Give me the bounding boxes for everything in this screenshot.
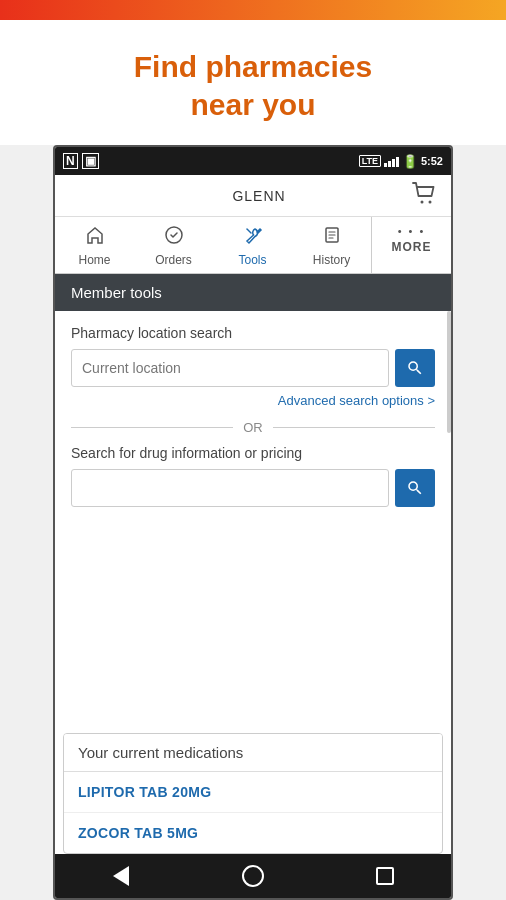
- bottom-nav-bar: [55, 854, 451, 898]
- medication-item-lipitor[interactable]: LIPITOR TAB 20MG: [64, 772, 442, 813]
- headline-text: Find pharmacies near you: [20, 48, 486, 123]
- signal-bar-3: [392, 159, 395, 167]
- drug-search-button[interactable]: [395, 469, 435, 507]
- back-icon: [113, 866, 129, 886]
- tab-orders[interactable]: Orders: [134, 217, 213, 273]
- tab-tools-label: Tools: [238, 253, 266, 267]
- headline-line1: Find pharmacies: [134, 50, 372, 83]
- medications-card: Your current medications LIPITOR TAB 20M…: [63, 733, 443, 854]
- main-content: Pharmacy location search Advanced search…: [55, 311, 451, 719]
- orders-icon: [164, 225, 184, 250]
- drug-search-section: Search for drug information or pricing: [71, 445, 435, 507]
- stop-icon: [376, 867, 394, 885]
- header-username: GLENN: [107, 188, 411, 204]
- top-gradient-bar: [0, 0, 506, 20]
- or-text: OR: [243, 420, 263, 435]
- home-circle-icon: [242, 865, 264, 887]
- search-icon: [406, 359, 424, 377]
- scrollbar[interactable]: [447, 311, 451, 433]
- signal-bars: [384, 155, 399, 167]
- netflix-icon: N: [63, 153, 78, 169]
- pharmacy-search-label: Pharmacy location search: [71, 325, 435, 341]
- image-icon: ▣: [82, 153, 99, 169]
- home-button[interactable]: [238, 861, 268, 891]
- tab-history[interactable]: History: [292, 217, 371, 273]
- pharmacy-search-section: Pharmacy location search Advanced search…: [71, 325, 435, 408]
- pharmacy-search-row: [71, 349, 435, 387]
- history-icon: [322, 225, 342, 250]
- medication-item-zocor[interactable]: ZOCOR TAB 5MG: [64, 813, 442, 853]
- lte-badge: LTE: [359, 155, 381, 167]
- drug-search-icon: [406, 479, 424, 497]
- tab-tools[interactable]: Tools: [213, 217, 292, 273]
- status-bar: N ▣ LTE 🔋 5:52: [55, 147, 451, 175]
- phone-frame: N ▣ LTE 🔋 5:52 GLENN: [53, 145, 453, 900]
- pharmacy-location-input[interactable]: [71, 349, 389, 387]
- drug-search-label: Search for drug information or pricing: [71, 445, 435, 461]
- status-bar-left: N ▣: [63, 153, 99, 169]
- advanced-search-link[interactable]: Advanced search options >: [71, 393, 435, 408]
- pharmacy-search-button[interactable]: [395, 349, 435, 387]
- more-dots-icon: • • •: [398, 225, 426, 237]
- section-title: Member tools: [71, 284, 162, 301]
- app-header: GLENN: [55, 175, 451, 217]
- nav-tabs: Home Orders: [55, 217, 451, 274]
- tools-icon: [243, 225, 263, 250]
- cart-icon[interactable]: [411, 181, 439, 210]
- tab-home[interactable]: Home: [55, 217, 134, 273]
- tab-more[interactable]: • • • MORE: [371, 217, 451, 273]
- headline-section: Find pharmacies near you: [0, 20, 506, 145]
- medications-header: Your current medications: [64, 734, 442, 772]
- section-header: Member tools: [55, 274, 451, 311]
- or-line-left: [71, 427, 233, 428]
- tab-orders-label: Orders: [155, 253, 192, 267]
- drug-search-input[interactable]: [71, 469, 389, 507]
- status-bar-right: LTE 🔋 5:52: [359, 154, 443, 169]
- back-button[interactable]: [106, 861, 136, 891]
- signal-bar-2: [388, 161, 391, 167]
- tab-home-label: Home: [78, 253, 110, 267]
- signal-bar-1: [384, 163, 387, 167]
- battery-icon: 🔋: [402, 154, 418, 169]
- svg-point-1: [429, 201, 432, 204]
- or-line-right: [273, 427, 435, 428]
- drug-search-row: [71, 469, 435, 507]
- tab-more-label: MORE: [392, 240, 432, 254]
- home-icon: [85, 225, 105, 250]
- clock: 5:52: [421, 155, 443, 167]
- or-divider: OR: [71, 420, 435, 435]
- headline-line2: near you: [190, 88, 315, 121]
- recents-button[interactable]: [370, 861, 400, 891]
- svg-point-0: [421, 201, 424, 204]
- tab-history-label: History: [313, 253, 350, 267]
- signal-bar-4: [396, 157, 399, 167]
